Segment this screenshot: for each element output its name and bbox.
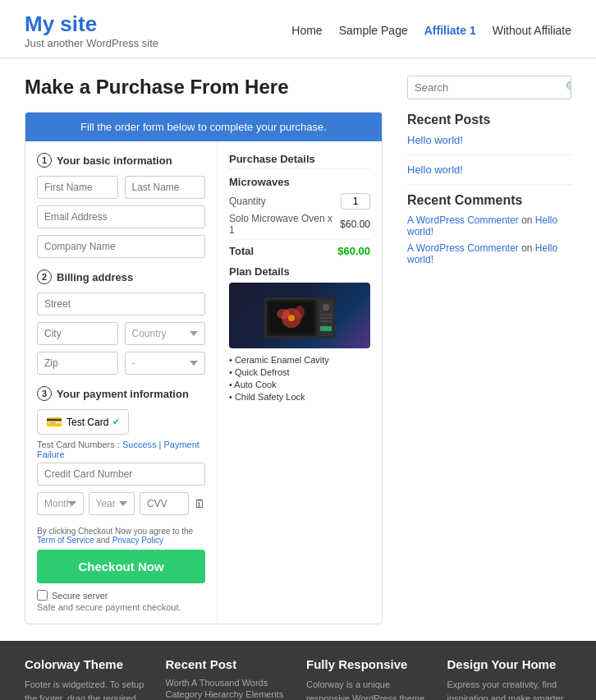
first-name-input[interactable] bbox=[37, 176, 118, 199]
street-input[interactable] bbox=[37, 292, 205, 315]
svg-rect-10 bbox=[320, 317, 332, 319]
nav-affiliate1[interactable]: Affiliate 1 bbox=[424, 24, 476, 37]
product-line: Solo Microwave Oven x 1 bbox=[229, 213, 340, 236]
section-basic-info: 1 Your basic information bbox=[37, 153, 205, 258]
plan-feature: Quick Defrost bbox=[229, 367, 370, 377]
svg-point-5 bbox=[295, 306, 305, 319]
recent-comments-title: Recent Comments bbox=[407, 193, 571, 208]
zip-select[interactable]: - bbox=[125, 352, 206, 375]
footer-col1-text: Footer is widgetized. To setup the foote… bbox=[25, 678, 149, 700]
footer-post-link-2[interactable]: Category Hierarchy Elements bbox=[166, 689, 291, 699]
secure-label: Secure server bbox=[52, 591, 108, 601]
plan-title: Plan Details bbox=[229, 265, 370, 278]
footer-col-colorway: Colorway Theme Footer is widgetized. To … bbox=[25, 657, 149, 700]
total-value: $60.00 bbox=[337, 245, 370, 257]
product-price-row: Solo Microwave Oven x 1 $60.00 bbox=[229, 213, 370, 236]
test-card-label: Test Card bbox=[66, 417, 108, 428]
section-payment: 3 Your payment information 💳 Test Card ✔… bbox=[37, 386, 205, 515]
form-left: 1 Your basic information bbox=[25, 141, 218, 624]
product-name: Microwaves bbox=[229, 176, 370, 188]
total-label: Total bbox=[229, 245, 254, 257]
secure-row: Secure server bbox=[37, 590, 205, 601]
last-name-input[interactable] bbox=[125, 176, 206, 199]
site-title: My site bbox=[25, 12, 158, 37]
payment-expiry-row: Month Year 🗓 bbox=[37, 492, 205, 515]
calendar-icon: 🗓 bbox=[194, 492, 205, 515]
purchase-title: Purchase Details bbox=[229, 153, 370, 169]
quantity-input[interactable] bbox=[341, 193, 370, 210]
country-select[interactable]: Country bbox=[125, 322, 206, 345]
svg-point-6 bbox=[288, 315, 295, 321]
test-card-links: Test Card Numbers : Success | Payment Fa… bbox=[37, 440, 205, 459]
company-row bbox=[37, 235, 205, 258]
post-link-2[interactable]: Hello world! bbox=[407, 163, 571, 176]
search-input[interactable] bbox=[408, 76, 559, 99]
section3-num: 3 bbox=[37, 386, 52, 401]
form-header: Fill the order form below to complete yo… bbox=[25, 113, 382, 141]
svg-point-8 bbox=[323, 304, 329, 311]
privacy-link[interactable]: Privacy Policy bbox=[112, 536, 163, 545]
footer-col-responsive: Fully Responsive Colorway is a unique re… bbox=[306, 657, 431, 700]
site-branding: My site Just another WordPress site bbox=[25, 12, 158, 49]
secure-checkbox[interactable] bbox=[37, 590, 48, 601]
commenter-1-link[interactable]: A WordPress Commenter bbox=[407, 214, 519, 226]
post-link-1[interactable]: Hello world! bbox=[407, 134, 571, 146]
footer-main: Colorway Theme Footer is widgetized. To … bbox=[0, 641, 596, 700]
plan-feature: Child Safety Lock bbox=[229, 392, 370, 402]
nav-home[interactable]: Home bbox=[291, 24, 322, 37]
success-link[interactable]: Success bbox=[122, 440, 157, 449]
footer-col-recent-post: Recent Post Worth A Thousand Words Categ… bbox=[166, 657, 291, 700]
year-select[interactable]: Year bbox=[89, 492, 135, 515]
search-button[interactable]: 🔍 bbox=[559, 76, 571, 99]
zip-input[interactable] bbox=[37, 352, 118, 375]
plan-features: Ceramic Enamel CavityQuick DefrostAuto C… bbox=[229, 355, 370, 402]
plan-feature: Ceramic Enamel Cavity bbox=[229, 355, 370, 365]
footer-col3-title: Fully Responsive bbox=[306, 657, 431, 671]
credit-card-input[interactable] bbox=[37, 463, 205, 486]
site-tagline: Just another WordPress site bbox=[25, 37, 158, 49]
footer-post-link-1[interactable]: Worth A Thousand Words bbox=[166, 678, 291, 688]
microwave-svg bbox=[263, 289, 337, 343]
header: My site Just another WordPress site Home… bbox=[0, 0, 596, 58]
checkout-button[interactable]: Checkout Now bbox=[37, 550, 205, 583]
street-row bbox=[37, 292, 205, 315]
total-row: Total $60.00 bbox=[229, 239, 370, 257]
tos-link[interactable]: Term of Service bbox=[37, 536, 94, 545]
cvv-input[interactable] bbox=[140, 492, 189, 515]
svg-rect-12 bbox=[320, 326, 332, 331]
section3-title: 3 Your payment information bbox=[37, 386, 205, 401]
email-input[interactable] bbox=[37, 205, 205, 228]
form-body: 1 Your basic information bbox=[25, 141, 382, 624]
footer-col4-text: Express your creativity, find inspiratio… bbox=[447, 678, 572, 700]
sidebar-divider-1 bbox=[407, 154, 571, 155]
check-icon: ✔ bbox=[112, 417, 120, 427]
footer-col4-title: Design Your Home bbox=[447, 657, 572, 671]
month-select[interactable]: Month bbox=[37, 492, 84, 515]
agreement-text: By clicking Checkout Now you agree to th… bbox=[37, 527, 205, 545]
sidebar: 🔍 Recent Posts Hello world! Hello world!… bbox=[407, 76, 571, 624]
content-area: Make a Purchase From Here Fill the order… bbox=[25, 76, 383, 624]
section2-title: 2 Billing address bbox=[37, 269, 205, 284]
secure-desc: Safe and secure payment checkout. bbox=[37, 602, 205, 612]
card-number-row bbox=[37, 463, 205, 486]
city-country-row: Country bbox=[37, 322, 205, 345]
nav-without-affiliate[interactable]: Without Affiliate bbox=[493, 24, 571, 37]
main-nav: Home Sample Page Affiliate 1 Without Aff… bbox=[291, 24, 571, 37]
name-row bbox=[37, 176, 205, 199]
test-card-button[interactable]: 💳 Test Card ✔ bbox=[37, 409, 129, 435]
footer-col3-text: Colorway is a unique responsive WordPres… bbox=[306, 678, 431, 700]
sidebar-divider-2 bbox=[407, 184, 571, 185]
commenter-2-link[interactable]: A WordPress Commenter bbox=[407, 242, 519, 254]
quantity-row: Quantity bbox=[229, 193, 370, 210]
company-input[interactable] bbox=[37, 235, 205, 258]
form-right: Purchase Details Microwaves Quantity Sol… bbox=[218, 141, 382, 624]
page-title: Make a Purchase From Here bbox=[25, 76, 383, 99]
svg-rect-9 bbox=[320, 314, 332, 315]
main-container: Make a Purchase From Here Fill the order… bbox=[0, 59, 596, 641]
nav-sample-page[interactable]: Sample Page bbox=[339, 24, 408, 37]
section1-title: 1 Your basic information bbox=[37, 153, 205, 168]
city-input[interactable] bbox=[37, 322, 118, 345]
search-box: 🔍 bbox=[407, 76, 571, 99]
recent-posts-title: Recent Posts bbox=[407, 113, 571, 127]
email-row bbox=[37, 205, 205, 228]
